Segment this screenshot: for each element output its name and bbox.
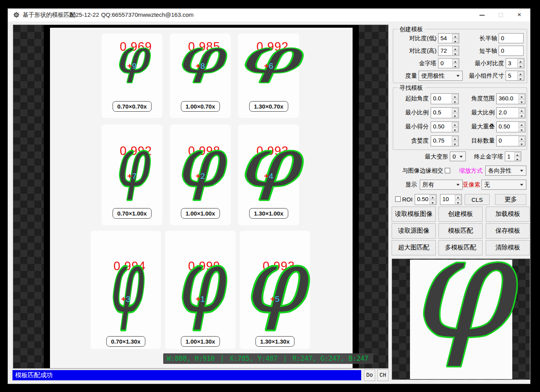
spin-down-icon[interactable] bbox=[430, 200, 436, 205]
roi-value1-spinner[interactable]: 0.50 bbox=[415, 194, 437, 205]
spin-down-icon[interactable] bbox=[452, 39, 458, 43]
spin-down-icon[interactable] bbox=[455, 200, 461, 205]
spin-down-icon[interactable] bbox=[519, 127, 525, 132]
spin-up-icon[interactable] bbox=[519, 108, 525, 113]
contrast-high-spinner[interactable]: 72 bbox=[438, 46, 459, 56]
spin-down-icon[interactable] bbox=[519, 141, 525, 146]
cls-button[interactable]: CLS bbox=[465, 194, 490, 205]
angle-range-spinner[interactable]: 360.0 bbox=[496, 93, 526, 104]
roi-value2-spinner[interactable]: 10 bbox=[440, 194, 462, 205]
min-component-spinner[interactable]: 5 bbox=[506, 71, 524, 81]
ch-button[interactable]: CH bbox=[377, 369, 389, 381]
find-template-group-title: 寻找模板 bbox=[397, 84, 425, 92]
spin-up-icon[interactable] bbox=[519, 94, 525, 99]
more-button[interactable]: 更多 bbox=[495, 194, 526, 205]
spin-up-icon[interactable] bbox=[519, 136, 525, 141]
spin-up-icon[interactable] bbox=[452, 34, 458, 38]
svg-text:φ: φ bbox=[177, 30, 226, 84]
close-button[interactable]: × bbox=[511, 9, 528, 21]
edge-intersect-checkbox[interactable] bbox=[445, 168, 450, 173]
num-targets-spinner[interactable]: 0 bbox=[496, 135, 526, 146]
titlebar[interactable]: 基于形状的模板匹配 2025-12-22 QQ:66557370 mwwztec… bbox=[8, 9, 530, 21]
start-angle-label: 起始角度 bbox=[401, 93, 429, 103]
scale-label: 0.70×1.30x bbox=[106, 336, 145, 347]
contrast-low-label: 对比度(低) bbox=[401, 33, 437, 43]
spin-up-icon[interactable] bbox=[452, 108, 458, 113]
create-template-group-title: 创建模板 bbox=[397, 26, 425, 33]
match-marker: +2 bbox=[196, 172, 205, 180]
multi-template-match-button[interactable]: 多模板匹配 bbox=[438, 240, 483, 255]
chevron-down-icon bbox=[520, 184, 523, 186]
spin-up-icon[interactable] bbox=[517, 71, 524, 76]
min-contrast-spinner[interactable]: 3 bbox=[506, 58, 524, 68]
do-button[interactable]: Do bbox=[364, 369, 375, 381]
template-match-button[interactable]: 模板匹配 bbox=[438, 223, 483, 239]
maximize-button[interactable] bbox=[492, 9, 509, 21]
max-deform-dropdown[interactable]: 0 bbox=[450, 151, 466, 161]
spin-up-icon[interactable] bbox=[514, 152, 520, 156]
min-scale-spinner[interactable]: 0.5 bbox=[431, 107, 459, 118]
min-contrast-label: 最小对比度 bbox=[471, 58, 504, 68]
match-marker: +1 bbox=[196, 295, 205, 303]
match-marker: +8 bbox=[196, 62, 205, 70]
spin-down-icon[interactable] bbox=[517, 76, 524, 80]
match-marker: +4 bbox=[264, 172, 273, 180]
svg-text:φ: φ bbox=[116, 124, 150, 201]
svg-text:φ: φ bbox=[239, 124, 303, 201]
spin-up-icon[interactable] bbox=[430, 195, 436, 200]
spin-down-icon[interactable] bbox=[517, 64, 524, 68]
save-template-button[interactable]: 保存模板 bbox=[486, 223, 530, 239]
spin-up-icon[interactable] bbox=[452, 136, 458, 141]
max-overlap-spinner[interactable]: 0.50 bbox=[496, 121, 526, 132]
pyramid-spinner[interactable]: 0 bbox=[438, 58, 459, 68]
stop-pyramid-spinner[interactable]: 1 bbox=[505, 151, 521, 161]
spin-up-icon[interactable] bbox=[455, 195, 461, 200]
clear-template-button[interactable]: 清除模板 bbox=[486, 240, 530, 255]
load-template-button[interactable]: 加载模板 bbox=[486, 207, 530, 222]
spin-down-icon[interactable] bbox=[452, 99, 458, 104]
rgb-readout: R:247, G:247, B:247 bbox=[292, 355, 368, 362]
status-message-bar: 模板匹配成功 bbox=[12, 370, 362, 381]
spin-down-icon[interactable] bbox=[452, 64, 458, 68]
max-scale-spinner[interactable]: 2.0 bbox=[496, 107, 526, 118]
spin-down-icon[interactable] bbox=[519, 113, 525, 118]
title-qq: QQ:66557370 bbox=[101, 11, 138, 18]
metric-dropdown[interactable]: 使用极性 bbox=[419, 71, 463, 81]
start-angle-spinner[interactable]: 0.0 bbox=[431, 93, 459, 104]
spin-up-icon[interactable] bbox=[519, 122, 525, 127]
display-dropdown[interactable]: 所有 bbox=[420, 180, 463, 190]
roi-checkbox[interactable] bbox=[395, 196, 401, 202]
create-template-button[interactable]: 创建模板 bbox=[438, 207, 483, 222]
spin-up-icon[interactable] bbox=[452, 122, 458, 127]
scale-mode-dropdown[interactable]: 各向异性 bbox=[485, 166, 526, 176]
spin-up-icon[interactable] bbox=[517, 59, 524, 63]
load-template-image-button[interactable]: 读取模板图像 bbox=[392, 207, 436, 222]
min-score-spinner[interactable]: 0.50 bbox=[431, 121, 459, 132]
scale-label: 1.00×1.00x bbox=[181, 208, 220, 219]
scale-label: 0.70×0.70x bbox=[112, 101, 151, 112]
num-targets-label: 目标数量 bbox=[467, 135, 495, 146]
spin-down-icon[interactable] bbox=[519, 99, 525, 104]
spin-down-icon[interactable] bbox=[452, 127, 458, 132]
stop-pyramid-label: 终止金字塔 bbox=[470, 151, 503, 162]
spin-up-icon[interactable] bbox=[452, 59, 458, 63]
spin-down-icon[interactable] bbox=[452, 51, 458, 55]
subpixel-label: 亚像素 bbox=[460, 180, 480, 190]
match-result-canvas[interactable]: 0.969 φ +9 0.70×0.70x 0.985 φ +8 1.00×0.… bbox=[13, 25, 389, 369]
load-source-image-button[interactable]: 读取源图像 bbox=[392, 223, 436, 239]
match-marker: +9 bbox=[127, 62, 137, 70]
match-marker: +3 bbox=[121, 295, 130, 303]
spin-up-icon[interactable] bbox=[452, 46, 458, 51]
contrast-low-spinner[interactable]: 54 bbox=[438, 33, 459, 43]
spin-down-icon[interactable] bbox=[452, 113, 458, 118]
spin-up-icon[interactable] bbox=[452, 94, 458, 99]
spin-down-icon[interactable] bbox=[452, 141, 458, 146]
major-axis-input[interactable]: 0 bbox=[499, 33, 524, 43]
subpixel-dropdown[interactable]: 无 bbox=[481, 180, 526, 190]
large-image-match-button[interactable]: 超大图匹配 bbox=[392, 240, 436, 255]
minor-axis-input[interactable]: 0 bbox=[499, 46, 524, 56]
greediness-spinner[interactable]: 0.75 bbox=[431, 135, 459, 146]
minimize-button[interactable] bbox=[473, 9, 490, 21]
scale-label: 0.70×1.00x bbox=[112, 208, 151, 219]
spin-down-icon[interactable] bbox=[514, 157, 520, 160]
